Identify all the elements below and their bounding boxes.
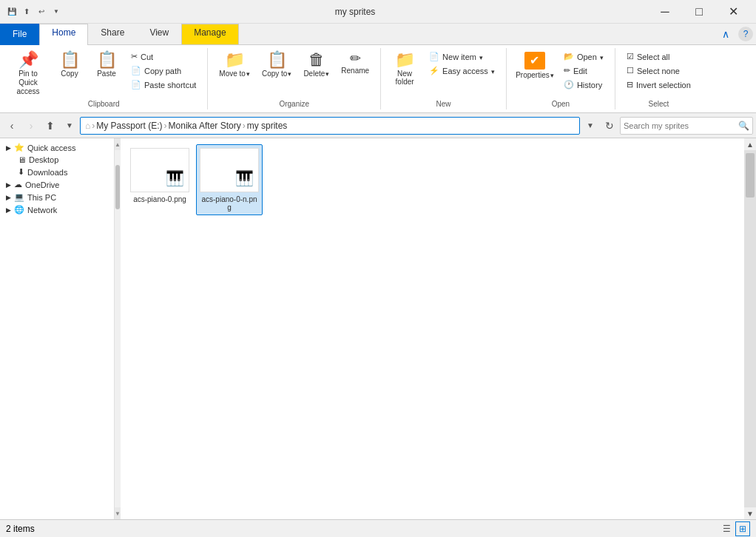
refresh-button[interactable]: ↻	[601, 117, 618, 135]
quick-access-dropdown[interactable]: ▼	[50, 6, 62, 18]
easy-access-label: Easy access ▾	[442, 67, 495, 75]
select-all-label: Select all	[637, 53, 670, 61]
new-folder-button[interactable]: 📁 Newfolder	[387, 50, 422, 88]
nav-scroll-down[interactable]: ▼	[115, 507, 121, 519]
file-item-1[interactable]: 🎹 acs-piano-0.png	[126, 144, 193, 215]
window-controls: ─ □ ✕	[648, 0, 750, 24]
window-title: my sprites	[65, 7, 645, 17]
pin-to-quick-access-button[interactable]: 📌 Pin to Quickaccess	[6, 50, 50, 98]
tab-manage[interactable]: Manage	[181, 24, 238, 45]
nav-scroll-thumb[interactable]	[115, 165, 120, 209]
address-dropdown-button[interactable]: ▼	[581, 117, 599, 135]
paste-label: Paste	[97, 70, 116, 78]
quick-access-up[interactable]: ⬆	[21, 6, 33, 18]
rename-button[interactable]: ✏ Rename	[336, 50, 374, 77]
copy-icon: 📋	[60, 52, 80, 68]
path-sprites[interactable]: my sprites	[247, 121, 288, 131]
cut-label: Cut	[141, 53, 153, 61]
move-to-label: Move to▾	[219, 70, 250, 78]
paste-shortcut-icon: 📄	[131, 80, 141, 90]
copy-label: Copy	[61, 70, 78, 78]
paste-shortcut-label: Paste shortcut	[144, 81, 196, 90]
nav-item-desktop[interactable]: 🖥 Desktop	[0, 154, 114, 166]
nav-item-onedrive[interactable]: ▶ ☁ OneDrive	[0, 178, 114, 191]
tile-view-button[interactable]: ⊞	[735, 521, 750, 536]
quick-access-undo[interactable]: ↩	[36, 6, 47, 18]
properties-button[interactable]: ✔ Properties▾	[513, 50, 557, 81]
open-btn[interactable]: 📂 Open ▾	[558, 50, 609, 64]
ribbon-group-clipboard: 📌 Pin to Quickaccess 📋 Copy 📋 Paste ✂ Cu…	[0, 48, 208, 109]
back-button[interactable]: ‹	[3, 117, 21, 135]
move-to-icon: 📁	[225, 52, 245, 68]
nav-scroll-up[interactable]: ▲	[115, 138, 121, 150]
tab-file[interactable]: File	[0, 24, 39, 45]
thispc-icon: 💻	[14, 192, 24, 202]
select-none-button[interactable]: ☐ Select none	[621, 64, 696, 78]
tab-view[interactable]: View	[137, 24, 181, 45]
ribbon-group-open: ✔ Properties▾ 📂 Open ▾ ✏ Edit 🕐 History	[507, 48, 615, 109]
new-item-icon: 📄	[429, 52, 439, 61]
nav-item-downloads[interactable]: ⬇ Downloads	[0, 166, 114, 178]
tab-home[interactable]: Home	[39, 24, 88, 45]
maximize-button[interactable]: □	[682, 0, 716, 24]
copy-path-icon: 📄	[131, 66, 141, 75]
easy-access-button[interactable]: ⚡ Easy access ▾	[424, 64, 500, 78]
invert-selection-label: Invert selection	[636, 81, 691, 90]
piano-sprite-1: 🎹	[166, 169, 184, 187]
copy-button[interactable]: 📋 Copy	[52, 50, 87, 80]
move-to-button[interactable]: 📁 Move to▾	[214, 50, 255, 80]
nav-scroll-track	[115, 150, 121, 507]
list-view-button[interactable]: ☰	[719, 521, 734, 536]
organize-label: Organize	[279, 100, 309, 108]
up-button[interactable]: ⬆	[41, 117, 59, 135]
history-icon: 🕐	[564, 80, 574, 90]
delete-button[interactable]: 🗑 Delete▾	[298, 50, 334, 80]
invert-selection-icon: ⊟	[627, 80, 633, 90]
forward-button[interactable]: ›	[22, 117, 40, 135]
vscroll-track	[744, 150, 756, 507]
close-button[interactable]: ✕	[716, 0, 750, 24]
pin-label: Pin to Quickaccess	[11, 70, 45, 96]
cut-icon: ✂	[131, 52, 138, 61]
tab-share[interactable]: Share	[88, 24, 137, 45]
minimize-button[interactable]: ─	[648, 0, 682, 24]
address-path[interactable]: ⌂ › My Passport (E:) › Monika After Stor…	[80, 117, 580, 135]
copy-path-button[interactable]: 📄 Copy path	[126, 64, 201, 78]
copy-to-button[interactable]: 📋 Copy to▾	[257, 50, 297, 80]
quick-access-save[interactable]: 💾	[6, 6, 18, 18]
nav-item-quick-access[interactable]: ▶ ⭐ Quick access	[0, 141, 114, 154]
select-small-group: ☑ Select all ☐ Select none ⊟ Invert sele…	[621, 50, 696, 92]
paste-button[interactable]: 📋 Paste	[89, 50, 124, 80]
file-item-2[interactable]: 🎹 acs-piano-0-n.png	[196, 144, 263, 215]
onedrive-icon: ☁	[14, 180, 22, 189]
delete-label: Delete▾	[303, 70, 329, 78]
nav-item-thispc[interactable]: ▶ 💻 This PC	[0, 191, 114, 203]
rename-label: Rename	[341, 67, 369, 75]
paste-shortcut-button[interactable]: 📄 Paste shortcut	[126, 78, 201, 92]
invert-selection-button[interactable]: ⊟ Invert selection	[621, 78, 696, 92]
history-button[interactable]: 🕐 History	[558, 78, 609, 92]
clipboard-label: Clipboard	[88, 100, 120, 108]
ribbon-collapse[interactable]: ∧	[716, 24, 735, 44]
edit-button[interactable]: ✏ Edit	[558, 64, 609, 78]
new-item-button[interactable]: 📄 New item ▾	[424, 50, 500, 64]
nav-quick-access-icon: ⭐	[14, 143, 24, 152]
nav-item-network[interactable]: ▶ 🌐 Network	[0, 203, 114, 216]
title-bar: 💾 ⬆ ↩ ▼ my sprites ─ □ ✕	[0, 0, 756, 24]
recent-locations-button[interactable]: ▼	[61, 117, 78, 135]
ribbon: 📌 Pin to Quickaccess 📋 Copy 📋 Paste ✂ Cu…	[0, 45, 756, 113]
path-mypassport[interactable]: My Passport (E:)	[96, 121, 162, 131]
open-label: Open	[552, 100, 570, 108]
delete-icon: 🗑	[308, 52, 325, 68]
address-bar: ‹ › ⬆ ▼ ⌂ › My Passport (E:) › Monika Af…	[0, 113, 756, 138]
select-all-button[interactable]: ☑ Select all	[621, 50, 696, 64]
path-monika[interactable]: Monika After Story	[169, 121, 241, 131]
vscroll-thumb[interactable]	[746, 153, 755, 197]
search-input[interactable]	[624, 121, 738, 130]
rename-icon: ✏	[350, 52, 361, 65]
edit-label: Edit	[573, 67, 587, 75]
select-content: ☑ Select all ☐ Select none ⊟ Invert sele…	[621, 50, 696, 98]
cut-button[interactable]: ✂ Cut	[126, 50, 201, 64]
search-icon[interactable]: 🔍	[738, 121, 749, 131]
ribbon-group-select: ☑ Select all ☐ Select none ⊟ Invert sele…	[615, 48, 702, 109]
